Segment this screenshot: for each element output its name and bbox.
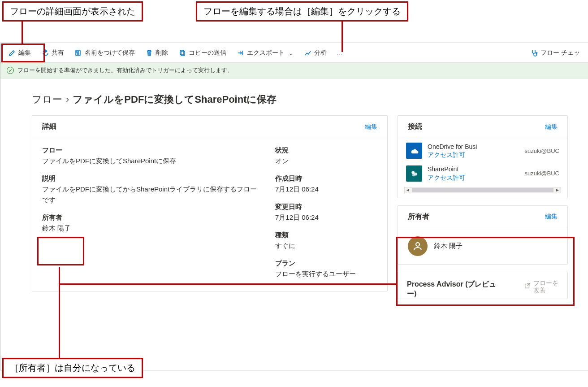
process-advisor-card: Process Advisor (プレビュー) フローを 改善 [398, 272, 568, 299]
toolbar-label: フロー チェッ [540, 49, 580, 57]
open-icon [524, 283, 531, 290]
field-modified: 変更日時 7月12日 06:24 [275, 203, 377, 223]
trash-icon [146, 49, 153, 57]
field-owner: 所有者 鈴木 陽子 [42, 213, 257, 234]
field-value: すぐに [275, 240, 377, 251]
callout-line [342, 20, 343, 52]
connection-row-onedrive: OneDrive for Busi アクセス許可 suzuki@BUC [398, 138, 567, 161]
card-title: 接続 [408, 122, 422, 131]
onedrive-icon [406, 143, 422, 159]
field-value: 7月12日 06:24 [275, 184, 377, 195]
field-value: 鈴木 陽子 [42, 223, 257, 234]
process-advisor-action[interactable]: フローを 改善 [524, 279, 558, 294]
status-bar: ✓ フローを開始する準備ができました。有効化済みでトリガーによって実行します。 [0, 63, 588, 78]
owners-card: 所有者 編集 鈴木 陽子 [398, 205, 568, 265]
saveas-button[interactable]: 名前をつけて保存 [70, 47, 139, 59]
callout-text: ［所有者］は自分になっている [10, 363, 135, 373]
cards-wrap: 詳細 編集 フロー ファイルをPDFに変換してSharePointに保存 説明 … [0, 115, 588, 299]
toolbar-label: コピーの送信 [189, 49, 226, 57]
card-title: 所有者 [408, 212, 429, 222]
connection-text: SharePoint アクセス許可 [428, 165, 519, 181]
toolbar: 編集 共有 名前をつけて保存 削除 コピーの送信 [0, 43, 588, 63]
callout-text: フローの詳細画面が表示された [10, 6, 135, 16]
analytics-button[interactable]: 分析 [300, 47, 331, 59]
owner-name: 鈴木 陽子 [434, 242, 463, 250]
field-description: 説明 ファイルをPDFに変換してからSharePointライブラリに保存するフロ… [42, 174, 257, 205]
connection-name: SharePoint [428, 165, 519, 173]
callout-detail-shown: フローの詳細画面が表示された [2, 1, 143, 22]
svg-point-4 [411, 171, 415, 174]
export-button[interactable]: エクスポート ⌄ [233, 47, 298, 59]
breadcrumb-separator: › [66, 94, 69, 105]
status-text: フローを開始する準備ができました。有効化済みでトリガーによって実行します。 [17, 66, 233, 74]
field-status: 状況 オン [275, 146, 377, 166]
owners-card-body: 鈴木 陽子 [398, 228, 567, 264]
avatar [408, 236, 428, 256]
details-card: 詳細 編集 フロー ファイルをPDFに変換してSharePointに保存 説明 … [32, 115, 388, 291]
callout-line [59, 283, 398, 285]
field-plan: プラン フローを実行するユーザー [275, 259, 377, 279]
details-right-column: 状況 オン 作成日時 7月12日 06:24 変更日時 7月12日 06:24 [275, 146, 377, 281]
toolbar-label: 共有 [52, 49, 64, 57]
horizontal-scrollbar[interactable]: ◄ ► [404, 187, 561, 193]
scroll-left-icon[interactable]: ◄ [405, 187, 411, 193]
flow-check-button[interactable]: フロー チェッ [526, 47, 584, 59]
share-icon [42, 49, 49, 57]
callout-owner-self: ［所有者］は自分になっている [2, 358, 143, 378]
field-value: フローを実行するユーザー [275, 269, 377, 279]
field-label: プラン [275, 259, 377, 268]
scroll-right-icon[interactable]: ► [554, 187, 561, 193]
callout-click-edit: フローを編集する場合は［編集］をクリックする [196, 1, 408, 22]
share-button[interactable]: 共有 [37, 47, 69, 59]
svg-point-6 [412, 174, 415, 176]
field-created: 作成日時 7月12日 06:24 [275, 174, 377, 195]
field-label: 変更日時 [275, 203, 377, 211]
card-title: 詳細 [42, 122, 56, 131]
pencil-icon [9, 49, 16, 57]
app-frame: 編集 共有 名前をつけて保存 削除 コピーの送信 [0, 43, 588, 370]
toolbar-label: 編集 [18, 49, 31, 57]
field-label: 種類 [275, 231, 377, 239]
connections-edit-link[interactable]: 編集 [545, 123, 558, 131]
toolbar-label: 削除 [156, 49, 168, 57]
field-type: 種類 すぐに [275, 231, 377, 251]
stethoscope-icon [531, 49, 538, 57]
pa-line2: 改善 [533, 287, 546, 294]
save-as-icon [75, 49, 82, 57]
breadcrumb-current: ファイルをPDFに変換してSharePointに保存 [73, 93, 277, 106]
field-label: フロー [42, 146, 257, 155]
check-circle-icon: ✓ [7, 67, 14, 74]
callout-line [22, 20, 23, 43]
chevron-down-icon: ⌄ [288, 49, 294, 57]
field-label: 状況 [275, 146, 377, 155]
connection-text: OneDrive for Busi アクセス許可 [428, 143, 519, 159]
connection-row-sharepoint: SharePoint アクセス許可 suzuki@BUC [398, 161, 567, 183]
sendcopy-button[interactable]: コピーの送信 [174, 47, 231, 59]
svg-point-3 [536, 52, 537, 53]
field-value: ファイルをPDFに変換してからSharePointライブラリに保存するフローです [42, 184, 257, 205]
connection-account: suzuki@BUC [525, 148, 560, 154]
callout-text: フローを編集する場合は［編集］をクリックする [203, 6, 401, 16]
connections-card: 接続 編集 OneDrive for Busi アクセス許可 suzuki@BU… [398, 115, 568, 198]
scroll-thumb[interactable] [412, 188, 553, 192]
toolbar-label: エクスポート [247, 49, 285, 57]
details-edit-link[interactable]: 編集 [365, 123, 377, 131]
connection-permissions-link[interactable]: アクセス許可 [428, 151, 519, 159]
toolbar-label: 名前をつけて保存 [85, 49, 135, 57]
connection-name: OneDrive for Busi [428, 143, 519, 151]
sharepoint-icon [406, 165, 422, 182]
details-card-body: フロー ファイルをPDFに変換してSharePointに保存 説明 ファイルをP… [32, 138, 387, 291]
owners-edit-link[interactable]: 編集 [545, 213, 558, 221]
more-button[interactable]: … [333, 48, 347, 58]
content-area: フロー › ファイルをPDFに変換してSharePointに保存 詳細 編集 フ… [0, 78, 588, 370]
field-label: 説明 [42, 174, 257, 183]
breadcrumb-root[interactable]: フロー [32, 93, 62, 106]
edit-button[interactable]: 編集 [4, 47, 35, 59]
connection-permissions-link[interactable]: アクセス許可 [428, 174, 519, 182]
owners-card-header: 所有者 編集 [398, 206, 567, 228]
delete-button[interactable]: 削除 [141, 47, 173, 59]
field-label: 所有者 [42, 213, 257, 222]
field-value: オン [275, 156, 377, 166]
export-icon [237, 49, 244, 57]
breadcrumb: フロー › ファイルをPDFに変換してSharePointに保存 [0, 89, 588, 115]
